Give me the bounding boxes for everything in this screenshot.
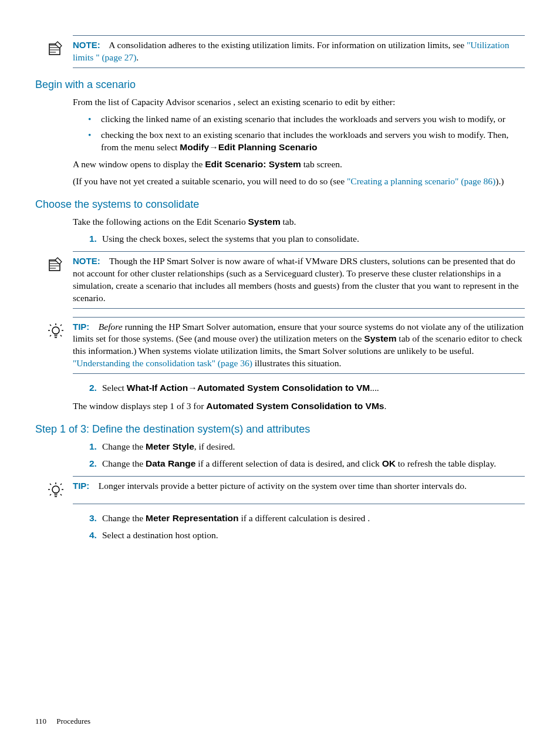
link-understanding-consolidation[interactable]: "Understanding the consolidation task" (… xyxy=(73,358,252,368)
link-creating-scenario[interactable]: "Creating a planning scenario" (page 86) xyxy=(347,176,495,186)
tip-icon xyxy=(47,321,73,341)
list-text: Using the check boxes, select the system… xyxy=(102,234,359,244)
list-item: checking the box next to an existing sce… xyxy=(101,129,525,154)
text: .... xyxy=(370,383,379,393)
menu-modify: Modify xyxy=(180,142,209,152)
text: if a different calculation is desired . xyxy=(239,513,370,523)
tip-text: Longer intervals provide a better pictur… xyxy=(99,481,467,491)
list-marker: 1. xyxy=(89,233,97,245)
section-body: 3. Change the Meter Representation if a … xyxy=(73,512,525,542)
note-text: Though the HP Smart Solver is now aware … xyxy=(73,256,519,303)
tip-box: TIP: Before running the HP Smart Solver … xyxy=(73,317,525,374)
text: , if desired. xyxy=(194,441,235,451)
tip-content: TIP: Longer intervals provide a better p… xyxy=(73,480,467,492)
tip-lead: TIP: xyxy=(73,322,89,332)
meter-style: Meter Style xyxy=(146,441,194,451)
tip-text: illustrates this situation. xyxy=(252,358,342,368)
list-marker: 2. xyxy=(89,382,97,394)
text: tab screen. xyxy=(301,159,342,169)
note-icon xyxy=(47,39,73,57)
text: Change the xyxy=(102,513,146,523)
paragraph: Take the following actions on the Edit S… xyxy=(73,216,525,228)
section-body: 2. Select What-If Action→Automated Syste… xyxy=(73,382,525,413)
list-item: 1. Change the Meter Style, if desired. xyxy=(89,441,525,453)
svg-point-3 xyxy=(52,486,59,493)
section-body: Take the following actions on the Edit S… xyxy=(73,216,525,245)
note-box: NOTE: Though the HP Smart Solver is now … xyxy=(73,251,525,309)
system-tab: System xyxy=(248,217,281,227)
ok-button-label: OK xyxy=(382,458,396,468)
list-item: 4. Select a destination host option. xyxy=(89,529,525,542)
note-text-end: . xyxy=(136,52,139,62)
text: tab. xyxy=(281,217,296,227)
text: (If you have not yet created a suitable … xyxy=(73,176,347,186)
text: Take the following actions on the Edit S… xyxy=(73,217,248,227)
list-marker: 1. xyxy=(89,441,97,453)
list-item: 1. Using the check boxes, select the sys… xyxy=(89,233,525,245)
auto-sys-consol: Automated System Consolidation to VM xyxy=(197,383,370,393)
list-item: 3. Change the Meter Representation if a … xyxy=(89,512,525,525)
section-body: 1. Change the Meter Style, if desired. 2… xyxy=(73,441,525,470)
text: Change the xyxy=(102,441,146,451)
text: A new window opens to display the xyxy=(73,159,205,169)
text: Change the xyxy=(102,458,146,468)
text: . xyxy=(384,401,386,411)
heading-step1: Step 1 of 3: Define the destination syst… xyxy=(35,422,525,436)
menu-edit-planning: Edit Planning Scenario xyxy=(218,142,318,152)
note-box: NOTE: A consolidation adheres to the exi… xyxy=(73,35,525,68)
paragraph: A new window opens to display the Edit S… xyxy=(73,158,525,171)
auto-sys-consol-vms: Automated System Consolidation to VMs xyxy=(206,401,384,411)
section-body: From the list of Capacity Advisor scenar… xyxy=(73,96,525,188)
svg-point-2 xyxy=(52,327,59,334)
tip-box: TIP: Longer intervals provide a better p… xyxy=(73,476,525,504)
arrow-icon: → xyxy=(188,383,197,393)
heading-choose-systems: Choose the systems to consolidate xyxy=(35,197,525,211)
note-lead: NOTE: xyxy=(73,40,100,50)
tip-icon xyxy=(47,480,73,500)
list-marker: 2. xyxy=(89,458,97,470)
tip-lead: TIP: xyxy=(73,481,89,491)
list-marker: 3. xyxy=(89,512,97,525)
data-range: Data Range xyxy=(146,458,195,468)
text: The window displays step 1 of 3 for xyxy=(73,401,206,411)
list-marker: 4. xyxy=(89,529,97,542)
paragraph: The window displays step 1 of 3 for Auto… xyxy=(73,400,525,413)
what-if-action: What-If Action xyxy=(127,383,188,393)
intro-text: From the list of Capacity Advisor scenar… xyxy=(73,96,525,109)
paragraph: (If you have not yet created a suitable … xyxy=(73,175,525,188)
meter-representation: Meter Representation xyxy=(146,513,238,523)
text: to refresh the table display. xyxy=(396,458,496,468)
system-tab: System xyxy=(364,333,396,343)
note-content: NOTE: Though the HP Smart Solver is now … xyxy=(73,255,525,305)
note-icon xyxy=(47,255,73,273)
text: ).) xyxy=(495,176,504,186)
text: if a different selection of data is desi… xyxy=(195,458,382,468)
list-item: 2. Change the Data Range if a different … xyxy=(89,458,525,470)
heading-begin-scenario: Begin with a scenario xyxy=(35,77,525,92)
list-item: clicking the linked name of an existing … xyxy=(101,113,525,126)
tip-content: TIP: Before running the HP Smart Solver … xyxy=(73,321,525,370)
note-text: A consolidation adheres to the existing … xyxy=(109,40,467,50)
edit-scenario-system: Edit Scenario: System xyxy=(205,159,301,169)
before-word: Before xyxy=(99,322,123,332)
list-text: Select xyxy=(102,383,127,393)
note-lead: NOTE: xyxy=(73,256,100,266)
list-item: 2. Select What-If Action→Automated Syste… xyxy=(89,382,525,394)
arrow-icon: → xyxy=(209,142,218,152)
text: Select a destination host option. xyxy=(102,530,218,540)
note-content: NOTE: A consolidation adheres to the exi… xyxy=(73,39,525,64)
